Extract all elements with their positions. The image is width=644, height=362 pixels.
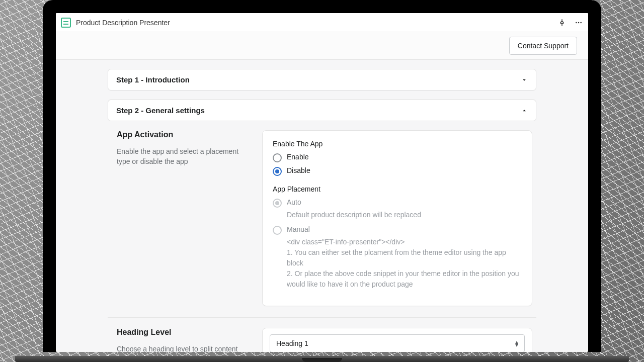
enable-app-label: Enable The App (273, 140, 522, 148)
heading-level-value: Heading 1 (276, 339, 308, 347)
more-icon[interactable] (574, 19, 583, 27)
app-title: Product Description Presenter (76, 19, 170, 27)
pin-icon[interactable] (558, 19, 566, 27)
step2-header[interactable]: Step 2 - General settings (108, 100, 536, 121)
titlebar: Product Description Presenter (56, 13, 588, 32)
app-screen: Product Description Presenter Contact Su… (56, 13, 588, 352)
placement-auto-desc: Default product description will be repl… (287, 210, 522, 220)
topbar: Contact Support (56, 32, 588, 60)
manual-line2: 2. Or place the above code snippet in yo… (287, 268, 522, 290)
placement-auto-label: Auto (287, 198, 301, 206)
radio-icon (273, 167, 282, 176)
activation-description: Enable the app and select a placement ty… (117, 146, 250, 167)
enable-radio[interactable]: Enable (273, 153, 522, 162)
chevron-down-icon (521, 76, 528, 83)
select-caret-icon: ▴▾ (515, 340, 518, 346)
chevron-up-icon (521, 107, 528, 114)
svg-point-1 (578, 22, 580, 23)
radio-icon (273, 199, 282, 208)
laptop-base (15, 356, 629, 362)
step2-accordion: Step 2 - General settings (108, 100, 536, 121)
svg-point-0 (576, 22, 577, 23)
step1-header[interactable]: Step 1 - Introduction (108, 69, 536, 90)
step1-accordion: Step 1 - Introduction (108, 69, 536, 90)
activation-card: Enable The App Enable Disable (262, 130, 532, 306)
disable-radio[interactable]: Disable (273, 166, 522, 176)
manual-line1: 1. You can either set the plcament from … (287, 247, 522, 268)
enable-option-label: Enable (287, 153, 309, 161)
contact-support-button[interactable]: Contact Support (509, 37, 577, 55)
step2-body: App Activation Enable the app and select… (108, 121, 536, 352)
activation-heading: App Activation (117, 130, 250, 139)
heading-level-description: Choose a heading level to split content … (117, 344, 250, 352)
placement-label: App Placement (273, 185, 522, 193)
disable-option-label: Disable (287, 166, 310, 174)
svg-point-2 (580, 22, 582, 23)
heading-level-heading: Heading Level (117, 328, 250, 337)
app-activation-row: App Activation Enable the app and select… (108, 130, 536, 318)
heading-level-select[interactable]: Heading 1 ▴▾ (270, 334, 525, 352)
step2-title: Step 2 - General settings (116, 106, 205, 115)
content-scroll[interactable]: Step 1 - Introduction Step 2 - General s… (56, 60, 588, 352)
step1-title: Step 1 - Introduction (116, 75, 190, 84)
laptop-frame: Product Description Presenter Contact Su… (43, 0, 601, 352)
placement-manual-radio[interactable]: Manual (273, 225, 522, 235)
manual-code: <div class="ET-info-presenter"></div> (287, 237, 522, 247)
radio-icon (273, 153, 282, 162)
placement-manual-label: Manual (287, 225, 310, 233)
heading-level-card: Heading 1 ▴▾ (262, 328, 532, 352)
placement-manual-desc: <div class="ET-info-presenter"></div> 1.… (287, 237, 522, 290)
radio-icon (273, 226, 282, 235)
heading-level-row: Heading Level Choose a heading level to … (108, 328, 536, 352)
laptop-notch (302, 358, 342, 362)
placement-auto-radio[interactable]: Auto (273, 198, 522, 208)
app-icon (61, 18, 71, 28)
